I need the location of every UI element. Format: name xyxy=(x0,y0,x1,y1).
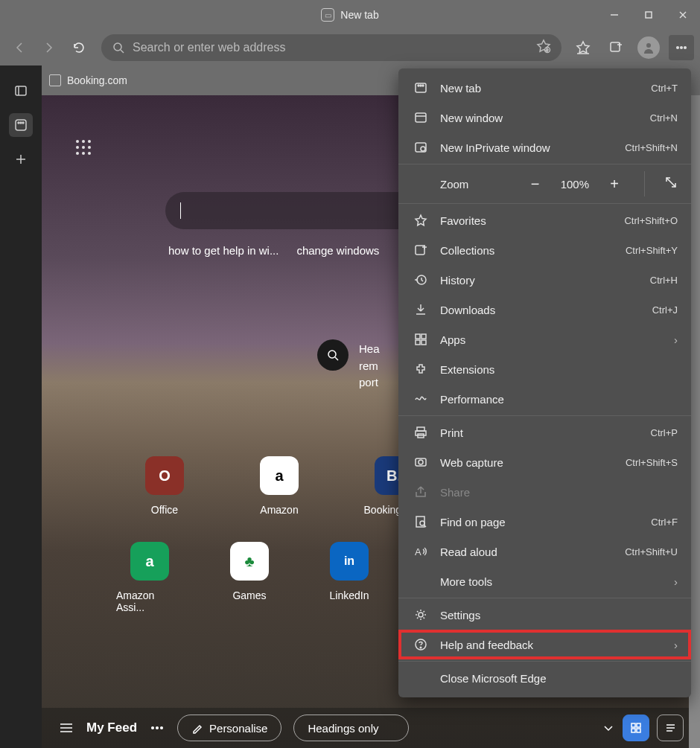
new-tab-button[interactable] xyxy=(9,147,33,171)
svg-point-42 xyxy=(420,85,421,86)
window-title: New tab xyxy=(340,9,378,21)
svg-rect-36 xyxy=(637,729,640,732)
menu-downloads[interactable]: DownloadsCtrl+J xyxy=(398,295,691,325)
chevron-down-icon[interactable] xyxy=(602,721,615,735)
menu-read-aloud[interactable]: ARead aloudCtrl+Shift+U xyxy=(398,537,691,566)
svg-point-16 xyxy=(684,47,687,49)
menu-apps[interactable]: Apps› xyxy=(398,325,691,354)
svg-point-47 xyxy=(421,147,425,151)
svg-point-4 xyxy=(114,43,121,51)
tile-amazon-assistant[interactable]: aAmazon Assi... xyxy=(116,542,183,613)
zoom-value: 100% xyxy=(561,178,589,191)
address-bar[interactable]: Search or enter web address xyxy=(101,34,561,61)
current-tab-button[interactable] xyxy=(9,113,33,137)
suggestion-item[interactable]: change windows xyxy=(296,244,379,257)
zoom-out-button[interactable]: − xyxy=(525,176,546,193)
back-button[interactable] xyxy=(6,34,33,61)
svg-rect-44 xyxy=(416,113,426,122)
minimize-button[interactable] xyxy=(597,0,631,30)
svg-rect-33 xyxy=(631,723,635,727)
svg-rect-1 xyxy=(646,12,652,18)
search-suggestions: how to get help in wi... change windows xyxy=(168,244,379,257)
pencil-icon xyxy=(191,722,203,734)
ntp-search-box[interactable] xyxy=(165,192,432,229)
close-button[interactable] xyxy=(666,0,700,30)
menu-zoom: Zoom − 100% + xyxy=(398,166,691,202)
svg-point-25 xyxy=(328,351,336,358)
chevron-right-icon: › xyxy=(674,333,678,346)
menu-new-window[interactable]: New windowCtrl+N xyxy=(398,103,691,132)
svg-point-30 xyxy=(152,727,154,729)
tile-amazon[interactable]: aAmazon xyxy=(246,456,313,516)
tile-games[interactable]: ♣Games xyxy=(216,542,283,613)
news-search-icon[interactable] xyxy=(317,339,349,371)
maximize-button[interactable] xyxy=(631,0,666,30)
menu-settings[interactable]: Settings xyxy=(398,600,691,630)
grid-view-button[interactable] xyxy=(623,715,649,741)
svg-line-5 xyxy=(121,50,124,53)
menu-web-capture[interactable]: Web captureCtrl+Shift+S xyxy=(398,447,691,477)
search-icon xyxy=(112,41,125,54)
svg-rect-57 xyxy=(416,431,426,435)
page-settings-button[interactable] xyxy=(76,140,94,158)
tab-actions-button[interactable] xyxy=(9,79,33,103)
svg-rect-10 xyxy=(611,42,620,51)
page-icon xyxy=(49,74,61,86)
svg-rect-34 xyxy=(637,723,640,727)
more-icon[interactable] xyxy=(149,720,165,736)
menu-favorites[interactable]: FavoritesCtrl+Shift+O xyxy=(398,205,691,235)
menu-collections[interactable]: CollectionsCtrl+Shift+Y xyxy=(398,235,691,265)
tile-linkedin[interactable]: inLinkedIn xyxy=(316,542,383,613)
svg-rect-55 xyxy=(421,340,426,345)
menu-close-edge[interactable]: Close Microsoft Edge xyxy=(398,663,691,693)
quick-links-row-2: aAmazon Assi... ♣Games inLinkedIn xyxy=(116,542,383,613)
menu-help-feedback[interactable]: Help and feedback› xyxy=(398,630,691,659)
menu-more-tools[interactable]: More tools› xyxy=(398,566,691,596)
menu-print[interactable]: PrintCtrl+P xyxy=(398,418,691,447)
profile-button[interactable] xyxy=(636,35,661,60)
tab-label: Booking.com xyxy=(67,74,127,86)
svg-line-26 xyxy=(335,357,338,360)
refresh-button[interactable] xyxy=(66,34,92,61)
svg-point-15 xyxy=(681,47,683,49)
svg-rect-17 xyxy=(16,86,26,95)
feed-label: My Feed xyxy=(86,720,137,735)
menu-extensions[interactable]: Extensions xyxy=(398,354,691,384)
layout-dropdown[interactable]: Headings only xyxy=(293,715,409,741)
tile-office[interactable]: OOffice xyxy=(131,456,198,516)
svg-rect-52 xyxy=(416,334,420,339)
list-view-button[interactable] xyxy=(657,715,684,741)
favorite-star-icon[interactable] xyxy=(536,39,551,57)
app-icon: ▭ xyxy=(321,8,334,22)
menu-share: Share xyxy=(398,477,691,507)
omnibox-placeholder: Search or enter web address xyxy=(133,41,285,54)
forward-button[interactable] xyxy=(36,34,63,61)
personalise-button[interactable]: Personalise xyxy=(177,715,281,741)
tab-booking[interactable]: Booking.com xyxy=(49,74,127,86)
menu-performance[interactable]: Performance xyxy=(398,384,691,414)
svg-point-20 xyxy=(18,122,19,124)
menu-new-inprivate[interactable]: New InPrivate windowCtrl+Shift+N xyxy=(398,132,691,162)
fullscreen-button[interactable] xyxy=(664,176,678,193)
svg-point-31 xyxy=(156,727,159,729)
suggestion-item[interactable]: how to get help in wi... xyxy=(168,244,279,257)
settings-menu: New tabCtrl+T New windowCtrl+N New InPri… xyxy=(398,68,691,697)
hamburger-icon[interactable] xyxy=(58,720,74,736)
svg-point-13 xyxy=(646,43,651,48)
favorites-button[interactable] xyxy=(570,35,596,60)
more-tools-button[interactable] xyxy=(669,35,694,60)
feed-toolbar: My Feed Personalise Headings only xyxy=(42,708,700,748)
collections-button[interactable] xyxy=(603,35,629,60)
svg-point-21 xyxy=(20,122,22,124)
toolbar: Search or enter web address xyxy=(0,30,700,65)
menu-history[interactable]: HistoryCtrl+H xyxy=(398,265,691,295)
menu-new-tab[interactable]: New tabCtrl+T xyxy=(398,73,691,103)
zoom-in-button[interactable]: + xyxy=(604,176,625,193)
menu-find[interactable]: Find on pageCtrl+F xyxy=(398,507,691,537)
svg-rect-19 xyxy=(16,120,26,130)
svg-rect-53 xyxy=(421,334,426,339)
svg-point-32 xyxy=(161,727,163,729)
vertical-tab-sidebar xyxy=(0,65,42,748)
news-headline[interactable]: Hearemport xyxy=(359,341,380,391)
svg-rect-35 xyxy=(631,729,635,732)
